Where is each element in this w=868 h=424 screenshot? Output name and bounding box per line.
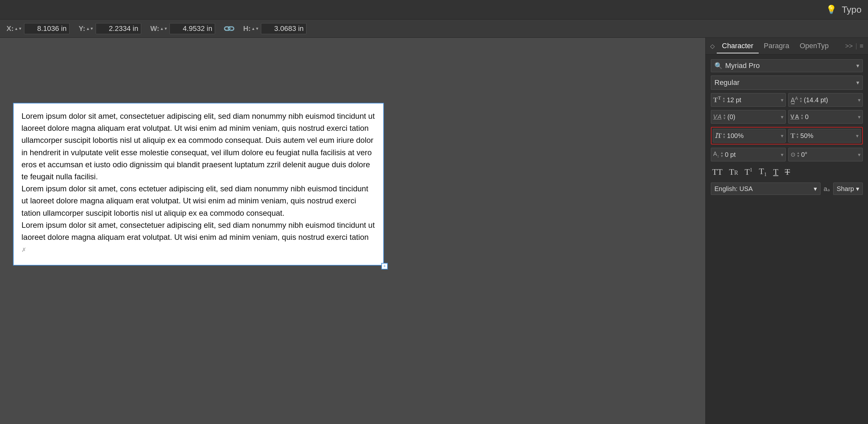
vertical-scale-dropdown[interactable]: ▾ xyxy=(781,133,783,139)
w-input[interactable] xyxy=(169,23,215,34)
language-select[interactable]: English: USA ▾ xyxy=(711,183,820,195)
h-label: H: xyxy=(243,24,250,33)
x-arrows[interactable]: ▲▼ xyxy=(14,27,22,31)
text-content: Lorem ipsum dolor sit amet, consectetuer… xyxy=(22,110,375,183)
y-arrows[interactable]: ▲▼ xyxy=(86,27,94,31)
typo-label: Typo xyxy=(842,5,862,15)
font-search-icon: 🔍 xyxy=(714,62,722,70)
tab-paragraph[interactable]: Paragra xyxy=(759,39,795,53)
baseline-shift-icon: A↕ xyxy=(713,151,719,158)
vertical-scale-arrows[interactable]: ▲▼ xyxy=(722,132,726,139)
small-caps-button[interactable]: Tr xyxy=(729,167,738,177)
rotation-dropdown[interactable]: ▾ xyxy=(858,152,861,158)
rotation-icon: ⊙ xyxy=(790,151,796,158)
font-style-row[interactable]: Regular ▾ xyxy=(711,75,863,90)
font-name-row[interactable]: 🔍 ▾ xyxy=(711,59,863,72)
horizontal-scale-icon: T xyxy=(790,131,795,140)
right-panel: ◇ Character Paragra OpenTyp >> | ≡ 🔍 ▾ R… xyxy=(705,38,868,424)
panel-tabs-more: >> | ≡ xyxy=(845,42,863,50)
tracking-value: 0 xyxy=(805,113,857,121)
h-field: H: ▲▼ xyxy=(243,23,307,34)
rotation-group[interactable]: ⊙ ▲▼ 0° ▾ xyxy=(788,148,863,161)
font-size-arrows[interactable]: ▲▼ xyxy=(722,97,725,103)
language-dropdown-icon[interactable]: ▾ xyxy=(814,185,817,193)
font-size-value: 12 pt xyxy=(727,96,779,104)
horizontal-scale-arrows[interactable]: ▲▼ xyxy=(796,132,799,139)
baseline-value: 0 pt xyxy=(725,151,779,158)
font-size-icon: TT xyxy=(713,96,721,104)
language-value: English: USA xyxy=(714,185,753,193)
tab-character[interactable]: Character xyxy=(717,39,759,53)
text-style-row: TT Tr T1 T1 T T xyxy=(711,165,863,179)
horizontal-scale-dropdown[interactable]: ▾ xyxy=(856,133,859,139)
aa-label: aₐ xyxy=(824,185,830,193)
w-label: W: xyxy=(150,24,159,33)
scale-row: 𝘐T ▲▼ 100% ▾ T ▲▼ 50% ▾ xyxy=(713,129,861,143)
underline-button[interactable]: T xyxy=(773,167,778,177)
leading-group[interactable]: A̲A ▲▼ (14.4 pt) ▾ xyxy=(788,93,863,107)
tracking-icon: V A xyxy=(790,114,799,120)
tab-opentype[interactable]: OpenTyp xyxy=(795,39,834,53)
overflow-marker[interactable]: + xyxy=(381,263,388,269)
leading-arrows[interactable]: ▲▼ xyxy=(799,97,803,103)
horizontal-scale-value: 50% xyxy=(800,132,855,140)
rotation-arrows[interactable]: ▲▼ xyxy=(797,151,800,158)
kerning-tracking-row: V A ▲▼ (0) ▾ V A ▲▼ 0 ▾ xyxy=(711,110,863,124)
baseline-arrows[interactable]: ▲▼ xyxy=(720,151,723,158)
y-label: Y: xyxy=(79,24,85,33)
top-bar: 💡 Typo xyxy=(0,0,868,20)
light-icon[interactable]: 💡 xyxy=(826,5,836,14)
horizontal-scale-group[interactable]: T ▲▼ 50% ▾ xyxy=(788,129,861,143)
strikethrough-button[interactable]: T xyxy=(785,167,790,177)
tracking-group[interactable]: V A ▲▼ 0 ▾ xyxy=(788,110,863,124)
panel-tabs: ◇ Character Paragra OpenTyp >> | ≡ xyxy=(706,38,868,55)
subscript-button[interactable]: T1 xyxy=(759,166,767,177)
font-dropdown-icon[interactable]: ▾ xyxy=(856,62,859,69)
canvas-area[interactable]: Lorem ipsum dolor sit amet, consectetuer… xyxy=(0,38,705,424)
h-input[interactable] xyxy=(261,23,307,34)
font-name-input[interactable] xyxy=(725,61,854,70)
w-field: W: ▲▼ xyxy=(150,23,215,34)
top-bar-right: 💡 Typo xyxy=(826,5,862,15)
tracking-dropdown[interactable]: ▾ xyxy=(858,114,861,120)
link-proportions-icon[interactable]: 🔗 xyxy=(222,22,236,35)
more-tabs-icon[interactable]: >> xyxy=(845,42,853,50)
panel-menu-icon[interactable]: ≡ xyxy=(860,42,863,50)
all-caps-button[interactable]: TT xyxy=(712,167,722,177)
sharp-dropdown-icon[interactable]: ▾ xyxy=(856,185,859,193)
rotation-value: 0° xyxy=(801,151,857,158)
baseline-dropdown[interactable]: ▾ xyxy=(781,152,783,158)
vertical-scale-icon: 𝘐T xyxy=(715,131,721,140)
style-dropdown-icon[interactable]: ▾ xyxy=(856,79,859,86)
kerning-group[interactable]: V A ▲▼ (0) ▾ xyxy=(711,110,786,124)
kerning-icon: V A xyxy=(713,114,722,120)
x-input[interactable] xyxy=(24,23,70,34)
language-row: English: USA ▾ aₐ Sharp ▾ xyxy=(711,183,863,195)
font-size-group[interactable]: TT ▲▼ 12 pt ▾ xyxy=(711,93,786,107)
text-frame[interactable]: Lorem ipsum dolor sit amet, consectetuer… xyxy=(13,103,384,266)
y-input[interactable] xyxy=(96,23,141,34)
superscript-button[interactable]: T1 xyxy=(745,167,752,177)
x-label: X: xyxy=(6,24,14,33)
vertical-scale-value: 100% xyxy=(727,132,779,140)
sharp-select[interactable]: Sharp ▾ xyxy=(833,183,863,195)
sharp-value: Sharp xyxy=(837,185,854,193)
font-size-dropdown[interactable]: ▾ xyxy=(781,97,783,103)
leading-value: (14.4 pt) xyxy=(804,96,857,104)
panel-content: 🔍 ▾ Regular ▾ TT ▲▼ 12 pt ▾ A̲A ▲▼ xyxy=(706,55,868,200)
baseline-rotation-row: A↕ ▲▼ 0 pt ▾ ⊙ ▲▼ 0° ▾ xyxy=(711,148,863,161)
toolbar: X: ▲▼ Y: ▲▼ W: ▲▼ 🔗 H: ▲▼ xyxy=(0,20,868,38)
h-arrows[interactable]: ▲▼ xyxy=(251,27,259,31)
tracking-arrows[interactable]: ▲▼ xyxy=(800,114,804,120)
w-arrows[interactable]: ▲▼ xyxy=(160,27,168,31)
text-content-3: Lorem ipsum dolor sit amet, consectetuer… xyxy=(22,219,375,255)
leading-icon: A̲A xyxy=(790,96,798,104)
baseline-shift-group[interactable]: A↕ ▲▼ 0 pt ▾ xyxy=(711,148,786,161)
y-field: Y: ▲▼ xyxy=(79,23,141,34)
main-area: Lorem ipsum dolor sit amet, consectetuer… xyxy=(0,38,868,424)
kerning-arrows[interactable]: ▲▼ xyxy=(723,114,726,120)
leading-dropdown[interactable]: ▾ xyxy=(858,97,861,103)
text-content-2: Lorem ipsum dolor sit amet, cons ectetue… xyxy=(22,183,375,219)
kerning-dropdown[interactable]: ▾ xyxy=(781,114,783,120)
vertical-scale-group[interactable]: 𝘐T ▲▼ 100% ▾ xyxy=(713,129,786,143)
